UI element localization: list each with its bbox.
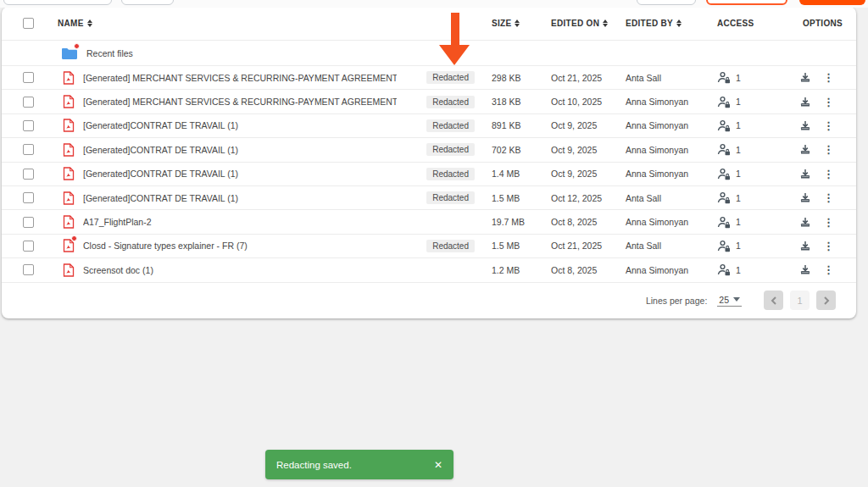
person-lock-icon <box>717 263 731 276</box>
access-count: 1 <box>736 241 741 251</box>
kebab-menu-icon[interactable]: ⋮ <box>823 144 834 155</box>
kebab-menu-icon[interactable]: ⋮ <box>823 241 834 252</box>
kebab-menu-icon[interactable]: ⋮ <box>823 72 834 83</box>
access-count: 1 <box>736 97 741 107</box>
search-input[interactable] <box>3 0 112 5</box>
download-icon[interactable] <box>799 217 811 228</box>
primary-action-button[interactable] <box>799 0 865 5</box>
chevron-left-icon <box>771 296 777 305</box>
edited-on-date: Oct 9, 2025 <box>551 120 626 130</box>
pdf-file-icon <box>63 191 75 205</box>
file-name[interactable]: [Generated]CONTRAT DE TRAVAIL (1) <box>83 120 397 130</box>
file-name[interactable]: Closd - Signature types explainer - FR (… <box>83 241 397 251</box>
pdf-file-icon <box>63 95 75 108</box>
edited-by-name: Anna Simonyan <box>626 97 717 107</box>
access-cell[interactable]: 1 <box>717 143 770 156</box>
access-cell[interactable]: 1 <box>717 240 770 252</box>
access-cell[interactable]: 1 <box>717 119 770 132</box>
page-number-button[interactable]: 1 <box>790 291 810 310</box>
redacted-badge: Redacted <box>426 96 475 108</box>
header-access-label: ACCESS <box>717 19 754 28</box>
folder-icon <box>61 47 77 60</box>
access-cell[interactable]: 1 <box>717 263 770 276</box>
prev-page-button[interactable] <box>764 291 783 310</box>
kebab-menu-icon[interactable]: ⋮ <box>823 97 834 108</box>
outline-action-button[interactable] <box>706 0 787 5</box>
access-cell[interactable]: 1 <box>717 191 770 204</box>
redacted-badge: Redacted <box>426 71 475 84</box>
redacted-badge: Redacted <box>426 168 475 180</box>
row-checkbox[interactable] <box>23 192 34 203</box>
lines-per-page-value: 25 <box>719 295 729 305</box>
access-cell[interactable]: 1 <box>717 168 770 180</box>
row-checkbox[interactable] <box>23 217 34 228</box>
row-checkbox[interactable] <box>23 241 34 252</box>
table-row[interactable]: Closd - Signature types explainer - FR (… <box>2 235 856 258</box>
notification-dot <box>74 43 80 49</box>
table-row[interactable]: [Generated]CONTRAT DE TRAVAIL (1) Redact… <box>2 138 856 162</box>
download-icon[interactable] <box>799 264 811 275</box>
access-count: 1 <box>736 120 741 130</box>
table-row[interactable]: [Generated]CONTRAT DE TRAVAIL (1) Redact… <box>2 186 856 210</box>
download-icon[interactable] <box>799 97 811 108</box>
file-name[interactable]: [Generated] MERCHANT SERVICES & RECURRIN… <box>83 97 397 107</box>
access-cell[interactable]: 1 <box>717 71 770 84</box>
row-checkbox[interactable] <box>23 97 34 108</box>
sort-icon <box>87 19 92 27</box>
filter-button[interactable] <box>121 0 174 5</box>
recent-files-row[interactable]: Recent files <box>2 41 856 66</box>
file-name[interactable]: [Generated]CONTRAT DE TRAVAIL (1) <box>83 193 397 203</box>
kebab-menu-icon[interactable]: ⋮ <box>823 192 834 203</box>
download-icon[interactable] <box>799 169 811 180</box>
header-options-label: OPTIONS <box>803 19 843 28</box>
file-name[interactable]: [Generated] MERCHANT SERVICES & RECURRIN… <box>83 73 397 83</box>
file-name[interactable]: Screensot doc (1) <box>83 265 397 275</box>
row-checkbox[interactable] <box>23 169 34 180</box>
column-header-name[interactable]: NAME <box>54 19 397 28</box>
column-header-edited-by[interactable]: EDITED BY <box>626 19 717 28</box>
table-row[interactable]: Screensot doc (1) 1.2 MB Oct 8, 2025 Ann… <box>2 258 856 282</box>
file-size: 891 KB <box>492 120 551 130</box>
table-row[interactable]: A17_FlightPlan-2 19.7 MB Oct 8, 2025 Ann… <box>2 210 856 234</box>
notification-dot <box>71 235 77 241</box>
table-row[interactable]: [Generated]CONTRAT DE TRAVAIL (1) Redact… <box>2 114 856 138</box>
kebab-menu-icon[interactable]: ⋮ <box>823 120 834 131</box>
pdf-file-icon <box>63 71 75 85</box>
download-icon[interactable] <box>799 72 811 83</box>
person-lock-icon <box>717 119 731 132</box>
access-count: 1 <box>736 217 741 227</box>
select-all-checkbox[interactable] <box>23 18 34 29</box>
file-size: 1.5 MB <box>492 241 551 251</box>
sort-icon <box>515 19 520 27</box>
download-icon[interactable] <box>799 241 811 252</box>
row-checkbox[interactable] <box>23 120 34 131</box>
toast-message: Redacting saved. <box>276 460 352 470</box>
table-row[interactable]: [Generated] MERCHANT SERVICES & RECURRIN… <box>2 66 856 90</box>
close-icon[interactable]: ✕ <box>434 460 442 470</box>
row-checkbox[interactable] <box>23 72 34 83</box>
table-row[interactable]: [Generated]CONTRAT DE TRAVAIL (1) Redact… <box>2 163 856 186</box>
file-name[interactable]: [Generated]CONTRAT DE TRAVAIL (1) <box>83 145 397 155</box>
kebab-menu-icon[interactable]: ⋮ <box>823 169 834 180</box>
folder-label: Recent files <box>83 48 397 58</box>
lines-per-page-select[interactable]: 25 <box>717 295 742 307</box>
sort-icon <box>603 19 608 27</box>
next-page-button[interactable] <box>816 291 836 310</box>
secondary-button[interactable] <box>637 0 696 5</box>
kebab-menu-icon[interactable]: ⋮ <box>823 264 834 275</box>
table-row[interactable]: [Generated] MERCHANT SERVICES & RECURRIN… <box>2 90 856 113</box>
edited-by-name: Anta Sall <box>626 241 717 251</box>
column-header-size[interactable]: SIZE <box>492 19 551 28</box>
access-cell[interactable]: 1 <box>717 96 770 108</box>
file-name[interactable]: A17_FlightPlan-2 <box>83 217 397 227</box>
download-icon[interactable] <box>799 192 811 203</box>
file-name[interactable]: [Generated]CONTRAT DE TRAVAIL (1) <box>83 169 397 179</box>
column-header-edited-on[interactable]: EDITED ON <box>551 19 626 28</box>
file-table-panel: NAME SIZE EDITED ON EDITED BY ACCESS OPT… <box>2 7 856 318</box>
download-icon[interactable] <box>799 144 811 155</box>
kebab-menu-icon[interactable]: ⋮ <box>823 217 834 228</box>
row-checkbox[interactable] <box>23 264 34 275</box>
download-icon[interactable] <box>799 120 811 131</box>
row-checkbox[interactable] <box>23 144 34 155</box>
access-cell[interactable]: 1 <box>717 216 770 229</box>
